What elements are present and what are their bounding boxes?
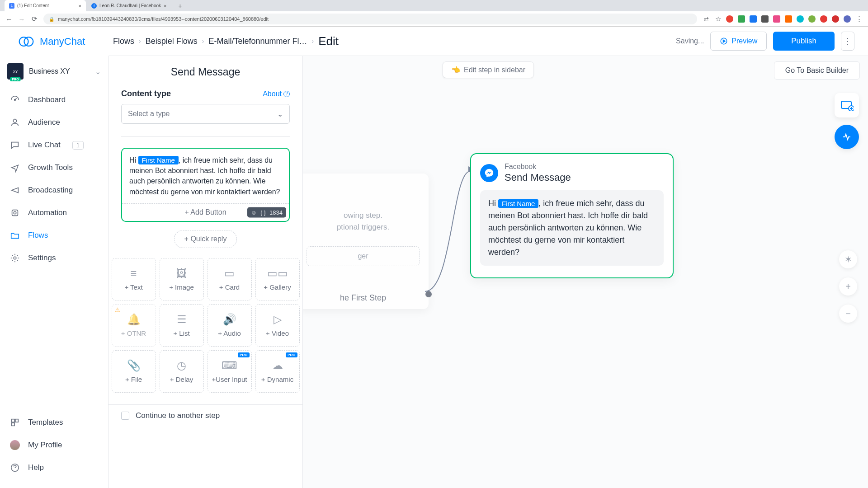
logo[interactable]: ManyChat bbox=[0, 27, 108, 56]
block-label: + Audio bbox=[218, 329, 241, 337]
crumb[interactable]: Flows bbox=[113, 37, 134, 46]
pro-badge: PRO bbox=[10, 77, 20, 81]
block-label: + OTNR bbox=[121, 329, 146, 337]
breadcrumb: Flows › Beispiel Flows › E-Mail/Telefonn… bbox=[113, 34, 339, 48]
nav-label: Templates bbox=[28, 418, 63, 427]
fit-button[interactable]: ✶ bbox=[839, 250, 857, 268]
add-file-block[interactable]: 📎+ File bbox=[112, 350, 156, 393]
url-field[interactable]: 🔒 manychat.com/fb181039443240830/9cms/fi… bbox=[43, 14, 697, 24]
starting-step-node[interactable]: owing step. ptional triggers. ger he Fir… bbox=[297, 174, 429, 309]
add-card-block[interactable]: ▭+ Card bbox=[208, 258, 252, 300]
sidebar-item-flows[interactable]: Flows bbox=[0, 224, 108, 247]
variable-pill[interactable]: First Name bbox=[138, 156, 179, 164]
svg-point-7 bbox=[14, 257, 16, 259]
nav-label: Dashboard bbox=[28, 95, 66, 104]
add-step-fab[interactable] bbox=[835, 93, 859, 117]
forward-icon[interactable]: → bbox=[18, 15, 25, 23]
edit-step-pill[interactable]: 👈 Edit step in sidebar bbox=[443, 61, 534, 78]
browser-chrome: 1 (1) Edit Content × f Leon R. Chaudhari… bbox=[0, 0, 868, 27]
add-otnr-block[interactable]: ⚠🔔+ OTNR bbox=[112, 304, 156, 347]
continue-row[interactable]: Continue to another step bbox=[108, 404, 302, 427]
add-list-block[interactable]: ☰+ List bbox=[160, 304, 204, 347]
emoji-icon[interactable]: ☺ bbox=[251, 209, 257, 216]
avatar-icon[interactable] bbox=[844, 15, 851, 23]
ext-icon[interactable] bbox=[785, 15, 792, 23]
preview-label: Preview bbox=[731, 37, 757, 45]
heart-fab[interactable] bbox=[835, 125, 859, 149]
sidebar-item-broadcasting[interactable]: Broadcasting bbox=[0, 179, 108, 202]
about-link[interactable]: About ? bbox=[263, 90, 290, 98]
arrow-growth-icon bbox=[10, 163, 20, 173]
connector-handle[interactable] bbox=[425, 291, 432, 297]
sidebar-item-profile[interactable]: My Profile bbox=[0, 434, 108, 456]
sidebar-item-help[interactable]: Help bbox=[0, 456, 108, 479]
add-dynamic-block[interactable]: PRO☁+ Dynamic bbox=[255, 350, 300, 393]
crumb[interactable]: E-Mail/Telefonnummer Fl… bbox=[208, 37, 307, 46]
ext-icon[interactable] bbox=[808, 15, 816, 23]
ext-icon[interactable] bbox=[773, 15, 780, 23]
send-message-node[interactable]: Facebook Send Message Hi First Name, ich… bbox=[470, 153, 674, 278]
add-image-block[interactable]: 🖼+ Image bbox=[160, 258, 204, 300]
content-type-select[interactable]: Select a type ⌄ bbox=[121, 104, 290, 124]
sidebar-item-audience[interactable]: Audience bbox=[0, 111, 108, 134]
add-button-row[interactable]: + Add Button ☺ { } 1834 bbox=[122, 203, 289, 221]
panel-title: Send Message bbox=[108, 66, 302, 78]
logo-icon bbox=[18, 33, 34, 50]
message-text-input[interactable]: Hi First Name, ich freue mich sehr, dass… bbox=[122, 149, 289, 203]
flow-canvas[interactable]: 👈 Edit step in sidebar Go To Basic Build… bbox=[108, 56, 868, 488]
sidebar-item-templates[interactable]: Templates bbox=[0, 411, 108, 434]
add-delay-block[interactable]: ◷+ Delay bbox=[160, 350, 204, 393]
ext-icon[interactable] bbox=[797, 15, 804, 23]
back-icon[interactable]: ← bbox=[5, 15, 13, 23]
zoom-in-button[interactable]: + bbox=[839, 277, 857, 296]
continue-checkbox[interactable] bbox=[121, 412, 129, 420]
pro-badge: PRO bbox=[286, 352, 297, 357]
ext-icon[interactable] bbox=[726, 15, 733, 23]
basic-builder-button[interactable]: Go To Basic Builder bbox=[774, 61, 860, 80]
audio-icon: 🔊 bbox=[223, 313, 236, 326]
text-message-block[interactable]: Hi First Name, ich freue mich sehr, dass… bbox=[121, 148, 290, 222]
braces-icon[interactable]: { } bbox=[260, 209, 266, 216]
sidebar-item-automation[interactable]: Automation bbox=[0, 202, 108, 224]
sidebar-item-growth[interactable]: Growth Tools bbox=[0, 156, 108, 179]
menu-icon[interactable]: ⋮ bbox=[855, 15, 863, 23]
sidebar-item-settings[interactable]: Settings bbox=[0, 247, 108, 269]
sidebar-item-dashboard[interactable]: Dashboard bbox=[0, 89, 108, 111]
nav-label: Audience bbox=[28, 118, 60, 127]
close-icon[interactable]: × bbox=[164, 3, 166, 9]
ext-icon[interactable] bbox=[820, 15, 827, 23]
star-icon[interactable]: ☆ bbox=[714, 15, 722, 23]
business-switcher[interactable]: XYPRO Business XY ⌄ bbox=[0, 61, 108, 82]
crumb[interactable]: Beispiel Flows bbox=[146, 37, 198, 46]
publish-button[interactable]: Publish bbox=[773, 32, 835, 51]
close-icon[interactable]: × bbox=[79, 3, 81, 9]
more-button[interactable]: ⋮ bbox=[841, 32, 854, 51]
add-video-block[interactable]: ▷+ Video bbox=[255, 304, 300, 347]
translate-icon[interactable]: ⇄ bbox=[703, 15, 710, 23]
ext-icon[interactable] bbox=[738, 15, 745, 23]
add-text-block[interactable]: ≡+ Text bbox=[112, 258, 156, 300]
ext-icon[interactable] bbox=[761, 15, 769, 23]
browser-tab[interactable]: f Leon R. Chaudhari | Facebook × bbox=[87, 0, 171, 11]
block-label: + Video bbox=[266, 329, 289, 337]
char-count: 1834 bbox=[269, 209, 283, 216]
preview-button[interactable]: Preview bbox=[710, 32, 767, 51]
svg-rect-8 bbox=[12, 419, 14, 422]
add-audio-block[interactable]: 🔊+ Audio bbox=[208, 304, 252, 347]
ext-icon[interactable] bbox=[750, 15, 757, 23]
input-icon: ⌨ bbox=[222, 359, 237, 372]
add-trigger-slot[interactable]: ger bbox=[307, 246, 420, 266]
block-label: + File bbox=[125, 375, 142, 383]
reload-icon[interactable]: ⟳ bbox=[31, 15, 38, 23]
add-gallery-block[interactable]: ▭▭+ Gallery bbox=[255, 258, 300, 300]
svg-rect-9 bbox=[15, 419, 18, 422]
browser-tab-active[interactable]: 1 (1) Edit Content × bbox=[5, 0, 86, 11]
ext-icon[interactable] bbox=[832, 15, 839, 23]
add-userinput-block[interactable]: PRO⌨+User Input bbox=[208, 350, 252, 393]
zoom-out-button[interactable]: − bbox=[839, 305, 857, 323]
block-label: + Image bbox=[169, 283, 194, 291]
quick-reply-button[interactable]: + Quick reply bbox=[174, 230, 237, 248]
pro-badge: PRO bbox=[238, 352, 249, 357]
sidebar-item-livechat[interactable]: Live Chat 1 bbox=[0, 134, 108, 156]
new-tab-button[interactable]: + bbox=[175, 1, 184, 10]
